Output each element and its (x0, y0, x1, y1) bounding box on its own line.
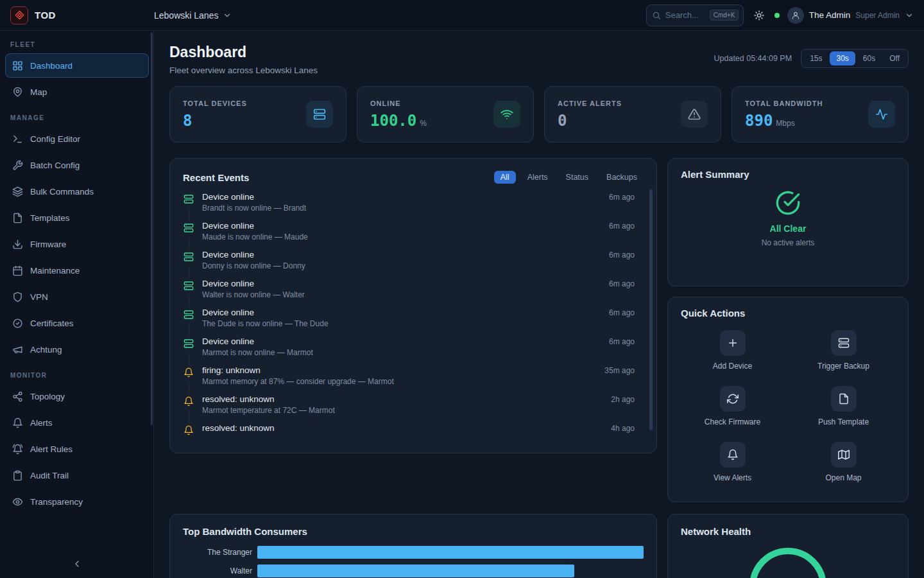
timeline-connector (189, 353, 189, 365)
sidebar-item-label: Achtung (30, 345, 62, 355)
user-menu[interactable]: The Admin Super Admin (787, 7, 914, 24)
terminal-icon (12, 134, 23, 144)
event-time: 6m ago (609, 308, 635, 317)
sidebar-item[interactable]: Config Editor (5, 127, 149, 151)
quick-action-button[interactable]: Push Template (792, 386, 895, 426)
event-row[interactable]: firing: unknown 35m ago Marmot memory at… (183, 365, 635, 394)
sidebar-item[interactable]: Achtung (5, 337, 149, 362)
quick-actions-grid: Add Device Trigger Backup Check Firmware (681, 330, 895, 482)
quick-action-button[interactable]: Check Firmware (681, 386, 784, 426)
alert-summary-detail: No active alerts (762, 238, 815, 247)
sidebar-item[interactable]: Dashboard (5, 53, 149, 78)
sidebar-item[interactable]: VPN (5, 285, 149, 309)
refresh-option[interactable]: Off (883, 51, 906, 66)
event-row[interactable]: Device online 6m ago Walter is now onlin… (183, 279, 635, 308)
bandwidth-card: Top Bandwidth Consumers The Stranger Wal… (169, 514, 657, 578)
sidebar-item-label: Templates (30, 213, 70, 223)
sidebar-item[interactable]: Bulk Commands (5, 179, 149, 204)
server-icon (184, 252, 194, 262)
search-box[interactable]: Cmd+K (646, 4, 744, 26)
quick-action-button[interactable]: View Alerts (681, 442, 784, 482)
chevron-down-icon (905, 11, 914, 20)
event-row[interactable]: Device online 6m ago Donny is now online… (183, 250, 635, 279)
page-title: Dashboard (169, 44, 318, 61)
stats-row: TOTAL DEVICES 8 ONLINE 100.0% ACTIVE (169, 86, 909, 143)
wrench-icon (12, 160, 23, 171)
theme-toggle-button[interactable] (751, 8, 767, 23)
sidebar-item[interactable]: Map (5, 80, 149, 104)
events-filter-tab[interactable]: Alerts (521, 171, 554, 184)
recent-events-card: Recent Events All Alerts Status Backups (169, 158, 657, 453)
event-detail: Marmot is now online — Marmot (202, 348, 635, 357)
calendar-icon (12, 265, 23, 276)
events-filter-tab[interactable]: Status (560, 171, 595, 184)
bandwidth-title: Top Bandwidth Consumers (183, 526, 644, 537)
app-root: TOD Lebowski Lanes Cmd+K The Admin Super… (0, 0, 924, 578)
event-title: Device online (202, 192, 254, 202)
bell-icon (727, 449, 739, 460)
event-row[interactable]: resolved: unknown 2h ago Marmot temperat… (183, 394, 635, 423)
org-switcher[interactable]: Lebowski Lanes (154, 10, 232, 21)
bell-icon (12, 417, 23, 428)
server-icon (184, 310, 194, 320)
sidebar-item-label: Bulk Commands (30, 187, 94, 197)
search-input[interactable] (665, 10, 705, 20)
event-row[interactable]: Device online 6m ago The Dude is now onl… (183, 308, 635, 337)
event-row[interactable]: resolved: unknown 4h ago (183, 423, 635, 441)
sidebar-scrollbar[interactable] (151, 32, 153, 425)
sidebar-item-label: Dashboard (30, 61, 73, 71)
quick-action-button[interactable]: Trigger Backup (792, 330, 895, 371)
refresh-interval-control: 15s 30s 60s Off (801, 49, 909, 68)
server-icon (184, 281, 194, 291)
topbar: TOD Lebowski Lanes Cmd+K The Admin Super… (0, 0, 924, 31)
quick-action-label: Open Map (825, 473, 861, 482)
events-filter-tab[interactable]: All (494, 171, 516, 184)
event-detail: Brandt is now online — Brandt (202, 204, 635, 213)
event-row[interactable]: Device online 6m ago Brandt is now onlin… (183, 192, 635, 221)
events-scrollbar[interactable] (649, 189, 653, 430)
sidebar-item[interactable]: Transparency (5, 489, 149, 514)
eye-icon (12, 496, 23, 507)
map-pin-icon (12, 87, 23, 98)
sidebar-item[interactable]: Templates (5, 206, 149, 230)
sidebar-section-monitor: MONITOR (10, 372, 143, 379)
sidebar-item[interactable]: Alerts (5, 410, 149, 435)
health-gauge: 100 (746, 545, 830, 578)
quick-action-label: View Alerts (714, 473, 751, 482)
sidebar-item[interactable]: Certificates (5, 311, 149, 335)
sidebar-item[interactable]: Topology (5, 384, 149, 408)
refresh-option[interactable]: 30s (830, 51, 855, 66)
quick-action-button[interactable]: Add Device (681, 330, 784, 371)
app-name: TOD (35, 10, 56, 21)
timeline-connector (189, 266, 189, 279)
quick-action-label: Trigger Backup (817, 362, 869, 371)
stat-label: TOTAL BANDWIDTH (745, 100, 823, 107)
sidebar-item-label: Config Editor (30, 134, 80, 144)
sidebar-collapse-button[interactable] (0, 555, 153, 573)
event-row[interactable]: Device online 6m ago Maude is now online… (183, 221, 635, 250)
brand[interactable]: TOD (10, 6, 146, 24)
quick-action-label: Add Device (713, 362, 752, 371)
quick-actions-card: Quick Actions Add Device Trigger Backup (667, 297, 909, 502)
sidebar-item[interactable]: Audit Trail (5, 463, 149, 487)
sidebar-item-label: Maintenance (30, 266, 80, 276)
event-row[interactable]: Device online 6m ago Marmot is now onlin… (183, 337, 635, 365)
event-detail: Walter is now online — Walter (202, 290, 635, 299)
app-logo (10, 6, 28, 24)
timeline-connector (189, 208, 189, 221)
refresh-option[interactable]: 15s (803, 51, 828, 66)
sidebar-nav-monitor: Topology Alerts Alert Rules Audit Trail (0, 384, 153, 514)
timeline-connector (189, 324, 189, 337)
sidebar-item[interactable]: Maintenance (5, 258, 149, 283)
sidebar-item[interactable]: Batch Config (5, 153, 149, 177)
refresh-option[interactable]: 60s (857, 51, 882, 66)
events-list: Device online 6m ago Brandt is now onlin… (183, 192, 644, 453)
server-icon (184, 194, 194, 204)
events-filter-tab[interactable]: Backups (600, 171, 644, 184)
sidebar-item[interactable]: Alert Rules (5, 437, 149, 461)
sidebar-item[interactable]: Firmware (5, 232, 149, 256)
sidebar-item-label: VPN (30, 292, 48, 302)
sidebar-item-label: Certificates (30, 319, 74, 328)
quick-action-button[interactable]: Open Map (792, 442, 895, 482)
map-icon (838, 449, 850, 460)
